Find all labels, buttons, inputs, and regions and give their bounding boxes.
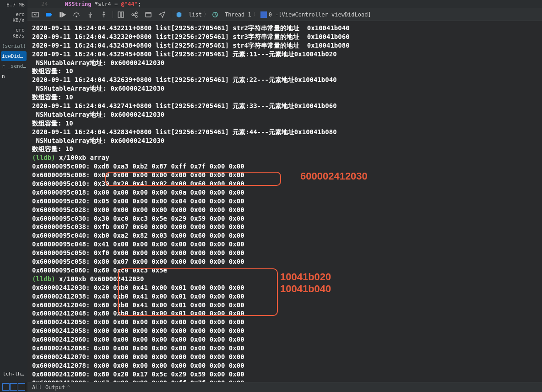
process-icon (175, 11, 183, 19)
output-filter-button[interactable]: All Output⌃ (32, 384, 70, 391)
step-out-icon[interactable] (100, 11, 108, 19)
code-keyword: NSString (65, 1, 92, 7)
chevron-updown-icon: ⌃ (67, 384, 70, 391)
svg-rect-0 (32, 12, 38, 17)
crumb-thread: Thread 1 (225, 11, 251, 18)
svg-point-9 (136, 16, 137, 17)
svg-rect-5 (118, 12, 120, 17)
annotation-label-1: 600002412030 (300, 170, 368, 182)
svg-rect-10 (146, 12, 151, 17)
sidebar-item-thread[interactable]: tch-th… (2, 369, 25, 379)
pane-toggle-3-icon[interactable] (18, 383, 25, 391)
sidebar-item-viewdid[interactable]: iewDid… (1, 51, 27, 61)
memory-usage: 8.7 MB (0, 0, 27, 10)
svg-point-7 (132, 14, 134, 16)
annotation-box-1 (105, 172, 281, 186)
debug-toolbar: list 〉 Thread 1 〉 0 -[ViewController vie… (27, 8, 542, 21)
debug-sidebar: 8.7 MB ero KB/s ero KB/s (serial) iewDid… (0, 0, 28, 392)
svg-rect-1 (60, 12, 61, 17)
sidebar-item-serial[interactable]: (serial) (1, 41, 27, 51)
step-in-icon[interactable] (86, 11, 94, 19)
annotation-box-2 (118, 268, 278, 316)
toolbar-separator (113, 11, 113, 18)
environment-icon[interactable] (144, 11, 152, 19)
network-2: ero KB/s (0, 25, 27, 41)
console-output: 2020-09-11 16:24:04.432211+0800 list[292… (27, 21, 542, 382)
sidebar-item-send[interactable]: r _send… (1, 61, 27, 71)
thread-icon (211, 11, 219, 19)
svg-point-3 (90, 16, 91, 17)
annotation-label-2: 10041b020 (280, 271, 331, 283)
svg-rect-6 (121, 12, 124, 17)
debug-console[interactable]: 2020-09-11 16:24:04.432211+0800 list[292… (27, 21, 542, 382)
code-editor-line: 24 NSString *str4 = @"44"; (27, 0, 542, 9)
view-debugger-icon[interactable] (117, 11, 125, 19)
breakpoint-toggle-icon[interactable] (45, 11, 53, 19)
svg-point-2 (76, 16, 77, 17)
chevron-right-icon: 〉 (204, 11, 209, 18)
annotation-label-3: 10041b040 (280, 283, 331, 295)
crumb-frame: 0 -[ViewController viewDidLoad] (269, 11, 371, 18)
chevron-right-icon: 〉 (253, 11, 259, 18)
toolbar-separator (171, 11, 171, 18)
continue-icon[interactable] (59, 11, 67, 19)
console-footer: All Output⌃ (27, 382, 542, 392)
pane-toggle-2-icon[interactable] (10, 383, 17, 391)
network-1: ero KB/s (0, 10, 27, 25)
hide-debug-icon[interactable] (31, 11, 39, 19)
svg-point-4 (103, 12, 104, 13)
sidebar-bottom-toolbar (0, 382, 27, 392)
pane-toggle-1-icon[interactable] (2, 383, 10, 391)
frame-icon (260, 11, 267, 18)
location-icon[interactable] (158, 11, 166, 19)
line-number: 24 (41, 1, 48, 7)
sidebar-item-n[interactable]: n (1, 71, 27, 81)
step-over-icon[interactable] (72, 11, 81, 19)
svg-point-8 (136, 12, 137, 14)
crumb-process: list (189, 11, 202, 18)
code-string: @"44" (121, 1, 138, 7)
breadcrumb[interactable]: list 〉 Thread 1 〉 0 -[ViewController vie… (175, 11, 371, 19)
memory-graph-icon[interactable] (130, 11, 139, 19)
